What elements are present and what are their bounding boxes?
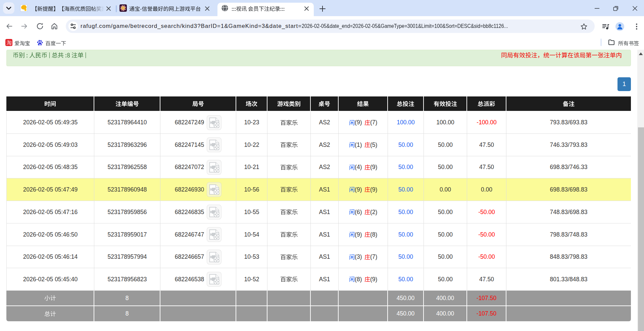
svg-text:du: du <box>39 43 41 45</box>
